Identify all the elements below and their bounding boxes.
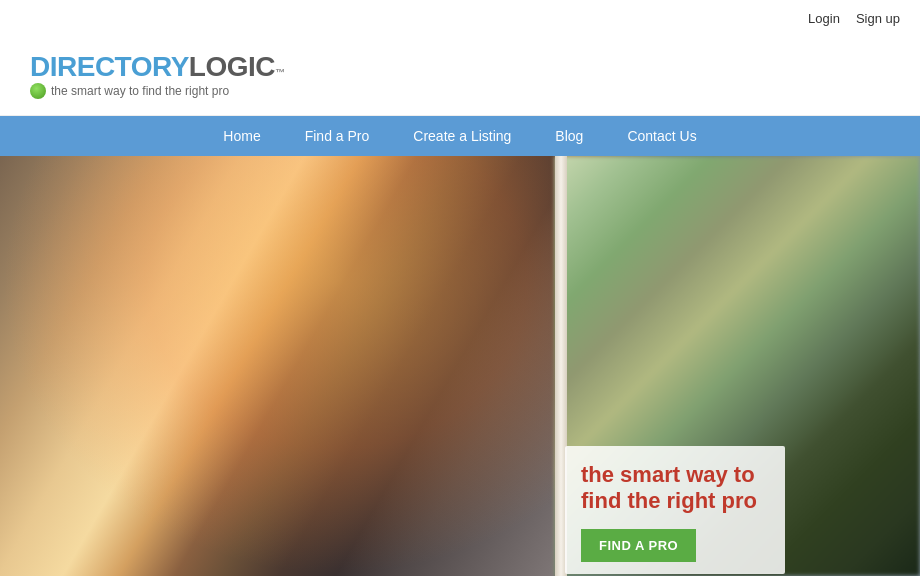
- hero-text-box: the smart way to find the right pro FIND…: [565, 446, 785, 574]
- nav-create-listing[interactable]: Create a Listing: [391, 116, 533, 156]
- top-bar: Login Sign up: [0, 0, 920, 36]
- logo[interactable]: DIRECTORY LOGIC ™ the smart way to find …: [30, 53, 285, 99]
- hero-headline: the smart way to find the right pro: [581, 462, 769, 515]
- logo-wordmark: DIRECTORY LOGIC ™: [30, 53, 285, 81]
- logo-directory-text: DIRECTORY: [30, 53, 189, 81]
- logo-circle-icon: [30, 83, 46, 99]
- nav-blog[interactable]: Blog: [533, 116, 605, 156]
- login-link[interactable]: Login: [808, 11, 840, 26]
- header: DIRECTORY LOGIC ™ the smart way to find …: [0, 36, 920, 116]
- main-nav: Home Find a Pro Create a Listing Blog Co…: [0, 116, 920, 156]
- logo-logic-text: LOGIC: [189, 53, 275, 81]
- hero-light-overlay: [0, 156, 560, 576]
- hero-section: the smart way to find the right pro FIND…: [0, 156, 920, 576]
- logo-tagline: the smart way to find the right pro: [51, 84, 229, 98]
- logo-tagline-container: the smart way to find the right pro: [30, 83, 285, 99]
- nav-find-a-pro[interactable]: Find a Pro: [283, 116, 392, 156]
- logo-tm: ™: [275, 68, 285, 78]
- signup-link[interactable]: Sign up: [856, 11, 900, 26]
- find-a-pro-cta-button[interactable]: FIND A PRO: [581, 529, 696, 562]
- nav-contact-us[interactable]: Contact Us: [605, 116, 718, 156]
- nav-home[interactable]: Home: [201, 116, 282, 156]
